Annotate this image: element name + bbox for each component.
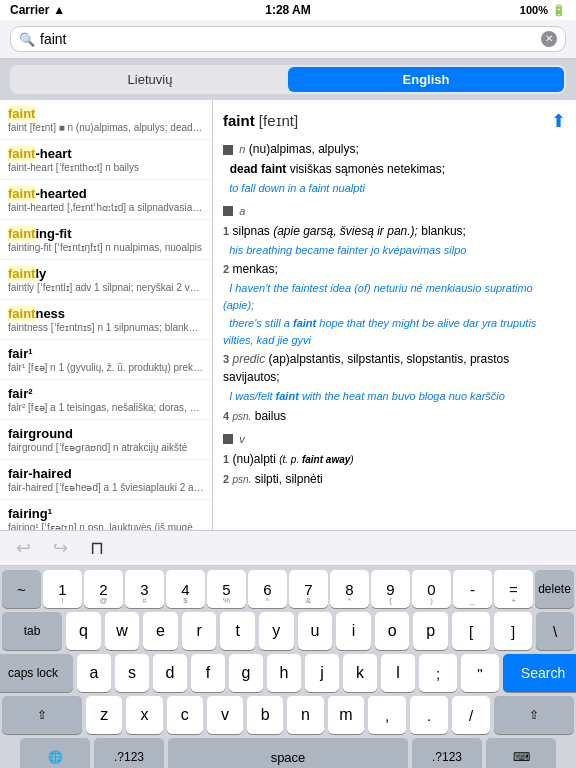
key-quote[interactable]: " [461, 654, 499, 692]
copy-button[interactable]: ⊓ [86, 535, 108, 561]
search-key[interactable]: Search [503, 654, 576, 692]
key-h[interactable]: h [267, 654, 301, 692]
keyboard-row-qwerty: tab q w e r t y u i o p [ ] \ [2, 612, 574, 650]
key-num-sym-left[interactable]: .?123 [94, 738, 164, 768]
list-item[interactable]: faint-hearted faint-hearted [ˌfeɪntˈhɑːt… [0, 180, 212, 220]
delete-key[interactable]: delete [535, 570, 574, 608]
key-x[interactable]: x [126, 696, 162, 734]
def-line: n (nu)alpimas, alpulys; [223, 140, 566, 158]
word-title: fair-haired [8, 466, 204, 481]
redo-button[interactable]: ↪ [49, 535, 72, 561]
search-input[interactable] [40, 31, 536, 47]
key-d[interactable]: d [153, 654, 187, 692]
keyboard-row-numbers: ~ 1! 2@ 3# 4$ 5% 6^ 7& 8* 9( 0) -_ =+ de… [2, 570, 574, 608]
list-item[interactable]: fair² fair² [fɛə] a 1 teisingas, nešališ… [0, 380, 212, 420]
tab-lithuanian[interactable]: Lietuvių [12, 67, 288, 92]
def-example: I was/felt faint with the heat man buvo … [223, 388, 566, 405]
list-item[interactable]: faint faint [feɪnt] ■ n (nu)alpimas, alp… [0, 100, 212, 140]
key-num-sym-right[interactable]: .?123 [412, 738, 482, 768]
verb-section: v 1 (nu)alpti (t. p. faint away) 2 psn. … [223, 430, 566, 488]
definition-panel: faint [feɪnt] ⬆ n (nu)alpimas, alpulys; … [213, 100, 576, 530]
key-comma[interactable]: , [368, 696, 406, 734]
word-title: faint [8, 106, 204, 121]
key-4[interactable]: 4$ [166, 570, 205, 608]
key-backslash[interactable]: \ [536, 612, 574, 650]
word-title: fairground [8, 426, 204, 441]
key-tab[interactable]: tab [2, 612, 62, 650]
key-rbracket[interactable]: ] [494, 612, 532, 650]
key-1[interactable]: 1! [43, 570, 82, 608]
key-space[interactable]: space [168, 738, 408, 768]
key-j[interactable]: j [305, 654, 339, 692]
share-icon[interactable]: ⬆ [551, 108, 566, 135]
key-2[interactable]: 2@ [84, 570, 123, 608]
key-0[interactable]: 0) [412, 570, 451, 608]
key-3[interactable]: 3# [125, 570, 164, 608]
key-period[interactable]: . [410, 696, 448, 734]
key-6[interactable]: 6^ [248, 570, 287, 608]
list-item[interactable]: faintness faintness [ˈfeɪntnɪs] n 1 silp… [0, 300, 212, 340]
key-f[interactable]: f [191, 654, 225, 692]
key-b[interactable]: b [247, 696, 283, 734]
key-lbracket[interactable]: [ [452, 612, 490, 650]
key-shift-left[interactable]: ⇧ [2, 696, 82, 734]
toolbar: ↩ ↪ ⊓ [0, 530, 576, 566]
key-u[interactable]: u [298, 612, 333, 650]
tab-english[interactable]: English [288, 67, 564, 92]
globe-icon: 🌐 [48, 750, 63, 764]
undo-button[interactable]: ↩ [12, 535, 35, 561]
word-title: faintly [8, 266, 204, 281]
def-line: 3 predic (ap)alpstantis, silpstantis, sl… [223, 350, 566, 386]
key-globe[interactable]: 🌐 [20, 738, 90, 768]
list-item[interactable]: fainting-fit fainting-fit [ˈfeɪntɪŋfɪt] … [0, 220, 212, 260]
key-q[interactable]: q [66, 612, 101, 650]
clear-button[interactable]: ✕ [541, 31, 557, 47]
key-c[interactable]: c [167, 696, 203, 734]
word-list: faint faint [feɪnt] ■ n (nu)alpimas, alp… [0, 100, 213, 530]
key-e[interactable]: e [143, 612, 178, 650]
key-8[interactable]: 8* [330, 570, 369, 608]
list-item[interactable]: faintly faintly [ˈfeɪntlɪ] adv 1 silpnai… [0, 260, 212, 300]
def-example: his breathing became fainter jo kvėpavim… [223, 242, 566, 259]
key-7[interactable]: 7& [289, 570, 328, 608]
keyboard-row-asdf: caps lock a s d f g h j k l ; " Search [2, 654, 574, 692]
key-o[interactable]: o [375, 612, 410, 650]
key-p[interactable]: p [413, 612, 448, 650]
key-shift-right[interactable]: ⇧ [494, 696, 574, 734]
list-item[interactable]: fair¹ fair¹ [fɛə] n 1 (gyvulių, ž. ū. pr… [0, 340, 212, 380]
key-keyboard[interactable]: ⌨ [486, 738, 556, 768]
key-semicolon[interactable]: ; [419, 654, 457, 692]
key-equals[interactable]: =+ [494, 570, 533, 608]
key-t[interactable]: t [220, 612, 255, 650]
key-w[interactable]: w [105, 612, 140, 650]
word-preview: faint-hearted [ˌfeɪntˈhɑːtɪd] a silpnadv… [8, 202, 204, 213]
key-r[interactable]: r [182, 612, 217, 650]
search-input-wrap[interactable]: 🔍 ✕ [10, 26, 566, 52]
key-y[interactable]: y [259, 612, 294, 650]
list-item[interactable]: fairing¹ fairing¹ [ˈfɛərɪŋ] n psn. laukt… [0, 500, 212, 530]
key-dash[interactable]: -_ [453, 570, 492, 608]
key-9[interactable]: 9( [371, 570, 410, 608]
key-k[interactable]: k [343, 654, 377, 692]
key-i[interactable]: i [336, 612, 371, 650]
list-item[interactable]: fairground fairground [ˈfɛəɡraʊnd] n atr… [0, 420, 212, 460]
def-line: 1 silpnas (apie garsą, šviesą ir pan.); … [223, 222, 566, 240]
key-s[interactable]: s [115, 654, 149, 692]
key-l[interactable]: l [381, 654, 415, 692]
key-v[interactable]: v [207, 696, 243, 734]
def-line: v [223, 430, 566, 448]
key-g[interactable]: g [229, 654, 263, 692]
key-a[interactable]: a [77, 654, 111, 692]
search-icon: 🔍 [19, 32, 35, 47]
key-m[interactable]: m [328, 696, 364, 734]
key-slash[interactable]: / [452, 696, 490, 734]
word-preview: fairing¹ [ˈfɛərɪŋ] n psn. lauktuvės (iš … [8, 522, 204, 530]
key-tilde[interactable]: ~ [2, 570, 41, 608]
pronunciation: [feɪnt] [259, 112, 298, 129]
key-n[interactable]: n [287, 696, 323, 734]
list-item[interactable]: fair-haired fair-haired [ˈfɛəheəd] a 1 š… [0, 460, 212, 500]
list-item[interactable]: faint-heart faint-heart [ˈfeɪnthɑːt] n b… [0, 140, 212, 180]
key-capslock[interactable]: caps lock [0, 654, 73, 692]
key-5[interactable]: 5% [207, 570, 246, 608]
key-z[interactable]: z [86, 696, 122, 734]
